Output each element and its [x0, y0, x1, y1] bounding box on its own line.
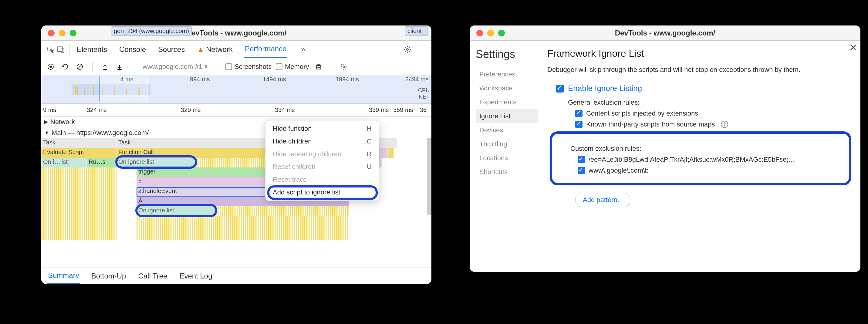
help-icon[interactable]: ?: [721, 121, 728, 128]
chevron-down-icon: ▾: [204, 63, 208, 71]
page-title: Framework Ignore List: [547, 48, 851, 59]
tab-elements[interactable]: Elements: [76, 41, 108, 57]
overview-selection[interactable]: [99, 76, 148, 102]
tab-event-log[interactable]: Event Log: [179, 268, 213, 284]
collapse-icon: ▶: [44, 119, 48, 125]
tab-network[interactable]: ▲Network: [196, 41, 233, 57]
custom-rule-1[interactable]: /ee=ALeJib:B8gLwd;AfeaP:TkrAjf;Afksuc:wM…: [578, 156, 845, 164]
nav-devices[interactable]: Devices: [476, 123, 538, 137]
performance-toolbar: www.google.com #1 ▾ Screenshots Memory: [41, 58, 431, 75]
svg-line-7: [78, 65, 82, 69]
tab-bottom-up[interactable]: Bottom-Up: [91, 268, 127, 284]
panel-tabs: Elements Console Sources ▲Network Perfor…: [76, 41, 402, 58]
checkbox-checked-icon: [556, 85, 564, 93]
add-pattern-button[interactable]: Add pattern...: [575, 193, 630, 207]
menu-reset-trace: Reset trace: [266, 173, 379, 186]
checkbox-checked-icon: [575, 121, 583, 128]
window-title: DevTools - www.google.com/: [470, 29, 860, 37]
maximize-window-button[interactable]: [70, 30, 76, 36]
svg-rect-1: [58, 47, 62, 51]
close-window-button[interactable]: [476, 30, 483, 36]
settings-gear-icon[interactable]: [402, 44, 413, 55]
nav-preferences[interactable]: Preferences: [476, 67, 538, 81]
flame-on-ignore-list-2[interactable]: On ignore list: [136, 206, 215, 216]
nav-shortcuts[interactable]: Shortcuts: [476, 165, 538, 179]
collect-garbage-icon[interactable]: [313, 62, 324, 72]
close-settings-icon[interactable]: ✕: [849, 42, 857, 54]
nav-experiments[interactable]: Experiments: [476, 95, 538, 109]
checkbox-checked-icon: [578, 156, 585, 163]
tab-sources[interactable]: Sources: [157, 41, 185, 57]
devtools-settings-window: DevTools - www.google.com/ Settings Pref…: [470, 26, 860, 272]
enable-ignore-checkbox[interactable]: Enable Ignore Listing: [556, 84, 851, 93]
svg-point-5: [50, 66, 52, 68]
flame-run-microtasks[interactable]: Ru…s: [87, 158, 117, 167]
record-button[interactable]: [45, 62, 56, 72]
settings-heading: Settings: [476, 48, 538, 61]
nav-ignore-list[interactable]: Ignore List: [476, 109, 538, 123]
tab-performance[interactable]: Performance: [244, 41, 287, 58]
window-controls: [470, 30, 505, 36]
custom-rule-2[interactable]: www\.google\.com\b: [578, 167, 845, 174]
custom-rules-label: Custom exclusion rules:: [570, 145, 845, 153]
net-label: NET: [418, 94, 430, 100]
nav-workspace[interactable]: Workspace: [476, 81, 538, 95]
checkbox-checked-icon: [575, 110, 583, 117]
main-toolbar: Elements Console Sources ▲Network Perfor…: [41, 41, 431, 58]
flame-evaluate-script[interactable]: Evaluate Script: [41, 148, 117, 158]
menu-hide-repeating: Hide repeating childrenR: [266, 148, 379, 160]
inspect-icon[interactable]: [45, 44, 56, 55]
screenshots-checkbox[interactable]: Screenshots: [225, 63, 272, 71]
clear-button[interactable]: [74, 62, 85, 72]
details-tabs: Summary Bottom-Up Call Tree Event Log: [41, 267, 431, 284]
maximize-window-button[interactable]: [498, 30, 505, 36]
tab-console[interactable]: Console: [119, 41, 147, 57]
svg-point-9: [343, 66, 345, 68]
reload-button[interactable]: [60, 62, 70, 72]
menu-hide-children[interactable]: Hide childrenC: [266, 135, 379, 148]
general-rules-label: General exclusion rules:: [568, 99, 851, 106]
menu-reset-children: Reset childrenU: [266, 160, 379, 173]
close-window-button[interactable]: [48, 30, 55, 36]
toolbar-divider: [69, 44, 69, 55]
tab-call-tree[interactable]: Call Tree: [137, 268, 168, 284]
third-party-checkbox[interactable]: Known third-party scripts from source ma…: [575, 121, 851, 128]
minimize-window-button[interactable]: [59, 30, 65, 36]
window-title: DevTools - www.google.com/: [41, 29, 431, 37]
time-ruler[interactable]: 9 ms 324 ms 329 ms 334 ms 339 ms 359 ms …: [41, 104, 431, 117]
minimize-window-button[interactable]: [487, 30, 494, 36]
checkbox-checked-icon: [578, 167, 585, 174]
expand-icon: ▼: [44, 130, 49, 136]
svg-point-3: [407, 48, 409, 51]
kebab-menu-icon[interactable]: ⋮: [417, 44, 427, 55]
flame-task[interactable]: Task: [41, 138, 117, 148]
devtools-performance-window: DevTools - www.google.com/ Elements Cons…: [41, 26, 431, 284]
more-tabs-icon[interactable]: »: [301, 44, 305, 54]
menu-hide-function[interactable]: Hide functionH: [266, 122, 379, 135]
flame-on-ignore-list[interactable]: On i…list: [41, 158, 87, 167]
device-toolbar-icon[interactable]: [56, 44, 66, 55]
upload-icon[interactable]: [100, 62, 110, 72]
context-menu: Hide functionH Hide childrenC Hide repea…: [265, 120, 379, 201]
window-controls: [41, 30, 76, 36]
titlebar[interactable]: DevTools - www.google.com/: [470, 26, 860, 41]
menu-add-to-ignore[interactable]: Add script to ignore list: [266, 186, 379, 199]
titlebar[interactable]: DevTools - www.google.com/: [41, 26, 431, 41]
panel-settings-icon[interactable]: [339, 62, 349, 72]
download-icon[interactable]: [114, 62, 125, 72]
flame-collapsed[interactable]: [41, 167, 117, 240]
memory-checkbox[interactable]: Memory: [276, 63, 309, 71]
scrollbar[interactable]: [427, 138, 431, 216]
flame-on-ignore-list[interactable]: On ignore list: [117, 158, 195, 167]
network-request-item[interactable]: client_: [405, 26, 428, 36]
tab-summary[interactable]: Summary: [47, 267, 80, 284]
network-request-item[interactable]: gen_204 (www.google.com): [111, 26, 192, 36]
nav-locations[interactable]: Locations: [476, 151, 538, 165]
settings-sidebar: Settings Preferences Workspace Experimen…: [470, 41, 538, 272]
cpu-label: CPU: [418, 87, 430, 94]
content-scripts-checkbox[interactable]: Content scripts injected by extensions: [575, 109, 851, 118]
timeline-overview[interactable]: 4 ms 994 ms 1494 ms 1994 ms 2494 ms CPU …: [41, 75, 431, 104]
session-selector[interactable]: www.google.com #1 ▾: [140, 63, 211, 71]
warning-icon: ▲: [197, 45, 204, 54]
nav-throttling[interactable]: Throttling: [476, 137, 538, 151]
